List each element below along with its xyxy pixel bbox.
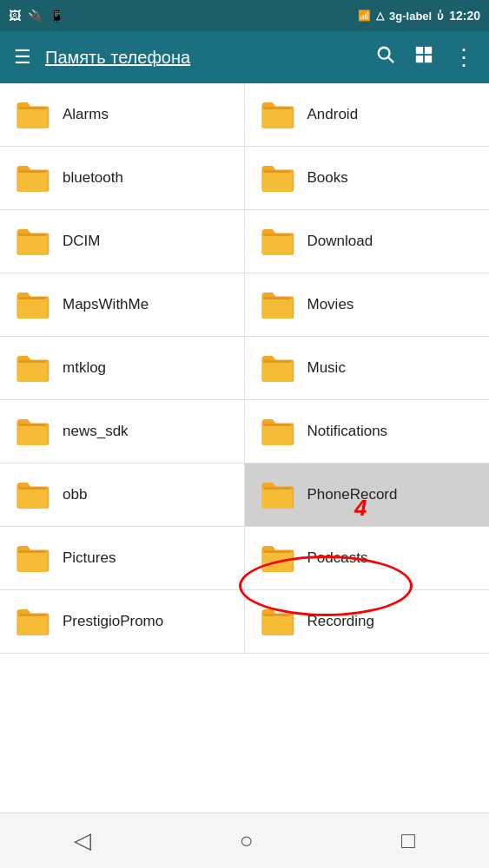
folder-icon [259, 416, 295, 447]
svg-rect-20 [18, 550, 46, 553]
folder-icon [259, 606, 295, 637]
folder-icon [259, 352, 295, 384]
svg-rect-21 [263, 550, 291, 553]
toolbar: ☰ Память телефона ⋮ [0, 31, 489, 83]
status-icons-right: 📶 △ 3g-label ὐ‌️ 12:20 [358, 9, 480, 23]
svg-rect-22 [18, 614, 46, 616]
more-options-button[interactable]: ⋮ [447, 39, 480, 76]
folder-icon [259, 542, 295, 574]
svg-rect-15 [263, 360, 291, 363]
svg-rect-3 [425, 47, 432, 54]
back-button[interactable]: ◁ [56, 820, 109, 861]
folder-name: Android [307, 106, 359, 123]
home-button[interactable]: ○ [222, 820, 271, 861]
folder-item[interactable]: Alarms [0, 83, 245, 147]
folder-name: obb [63, 486, 87, 503]
svg-rect-23 [263, 614, 291, 616]
svg-rect-4 [416, 56, 423, 62]
folder-item[interactable]: obb [0, 464, 245, 527]
page-title: Память телефона [45, 48, 362, 68]
status-bar: 🖼 🔌 📱 📶 △ 3g-label ὐ‌️ 12:20 [0, 0, 489, 31]
folder-item[interactable]: Books [245, 147, 490, 210]
svg-rect-9 [263, 170, 291, 173]
folder-icon [259, 99, 295, 130]
folder-name: DCIM [63, 233, 100, 250]
folder-icon [14, 606, 50, 637]
folder-icon [14, 352, 50, 384]
image-icon: 🖼 [9, 9, 21, 23]
folder-icon [259, 162, 295, 194]
folder-item[interactable]: PhoneRecord [245, 464, 490, 527]
usb-icon: 🔌 [28, 9, 43, 23]
recents-button[interactable]: □ [384, 820, 433, 861]
svg-point-0 [379, 48, 390, 59]
folder-item[interactable]: PrestigioPromo [0, 590, 245, 654]
folder-name: PrestigioPromo [63, 613, 163, 630]
folder-icon [259, 479, 295, 510]
svg-rect-18 [18, 487, 46, 490]
folder-item[interactable]: Podcasts [245, 527, 490, 590]
folder-name: Notifications [307, 423, 388, 440]
folder-item[interactable]: MapsWithMe [0, 273, 245, 337]
folder-icon [14, 416, 50, 447]
svg-rect-5 [425, 56, 432, 62]
bottom-nav: ◁ ○ □ [0, 812, 489, 868]
svg-rect-10 [18, 233, 46, 236]
folder-name: Alarms [63, 106, 109, 123]
folder-item[interactable]: news_sdk [0, 400, 245, 464]
battery-icon: ὐ‌️ [437, 10, 444, 23]
folder-item[interactable]: Notifications [245, 400, 490, 464]
folder-name: MapsWithMe [63, 296, 149, 313]
folder-item[interactable]: DCIM [0, 210, 245, 273]
folder-name: PhoneRecord [307, 486, 398, 503]
file-grid: Alarms Android bluetooth Books DCIM Down… [0, 83, 489, 654]
wifi-icon: △ [376, 10, 384, 22]
svg-rect-2 [416, 47, 423, 54]
folder-item[interactable]: Music [245, 337, 490, 400]
menu-button[interactable]: ☰ [9, 41, 36, 74]
folder-name: Podcasts [307, 549, 368, 567]
folder-icon [14, 162, 50, 194]
svg-line-1 [388, 57, 393, 62]
folder-name: Pictures [63, 549, 116, 567]
svg-rect-19 [263, 487, 291, 490]
grid-view-button[interactable] [409, 40, 439, 75]
svg-rect-11 [263, 233, 291, 236]
folder-icon [14, 99, 50, 130]
network-label: 3g-label [389, 10, 432, 23]
folder-name: Download [307, 233, 373, 250]
svg-rect-16 [18, 424, 46, 426]
folder-icon [14, 289, 50, 320]
folder-icon [14, 226, 50, 257]
android-icon: 📱 [50, 9, 64, 23]
folder-name: mtklog [63, 359, 106, 377]
signal-icon: 📶 [358, 10, 371, 22]
svg-rect-17 [263, 424, 291, 426]
folder-name: Books [307, 169, 348, 187]
svg-rect-7 [263, 107, 291, 109]
status-icons-left: 🖼 🔌 📱 [9, 9, 64, 23]
folder-name: news_sdk [63, 423, 129, 440]
folder-name: Movies [307, 296, 354, 313]
folder-name: bluetooth [63, 169, 123, 187]
folder-icon [259, 289, 295, 320]
clock: 12:20 [449, 9, 480, 23]
svg-rect-8 [18, 170, 46, 173]
svg-rect-13 [263, 297, 291, 299]
folder-item[interactable]: mtklog [0, 337, 245, 400]
svg-rect-12 [18, 297, 46, 299]
folder-item[interactable]: bluetooth [0, 147, 245, 210]
folder-item[interactable]: Recording [245, 590, 490, 654]
folder-icon [14, 479, 50, 510]
folder-item[interactable]: Pictures [0, 527, 245, 590]
folder-item[interactable]: Movies [245, 273, 490, 337]
folder-item[interactable]: Android [245, 83, 490, 147]
folder-name: Music [307, 359, 346, 377]
svg-rect-6 [18, 107, 46, 109]
folder-name: Recording [307, 613, 375, 630]
folder-item[interactable]: Download [245, 210, 490, 273]
search-button[interactable] [371, 40, 400, 75]
svg-rect-14 [18, 360, 46, 363]
folder-icon [259, 226, 295, 257]
folder-icon [14, 542, 50, 574]
